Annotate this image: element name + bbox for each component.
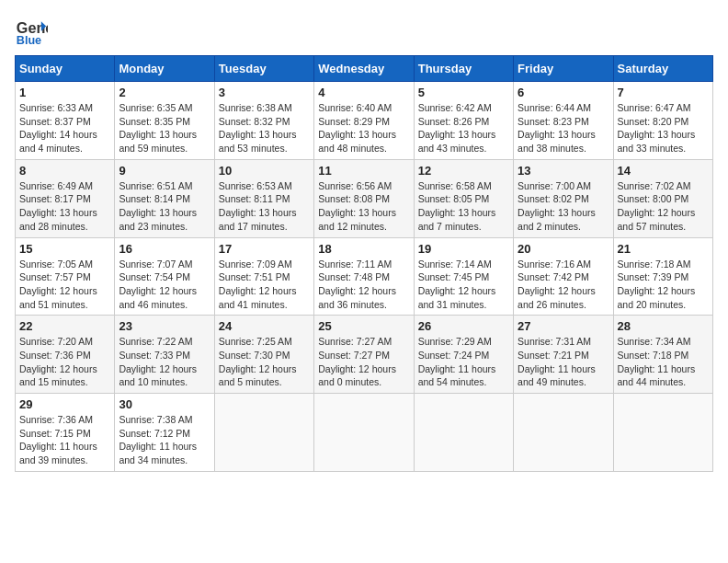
calendar-week-row: 22Sunrise: 7:20 AMSunset: 7:36 PMDayligh… [16, 316, 713, 394]
calendar-cell: 4Sunrise: 6:40 AMSunset: 8:29 PMDaylight… [314, 82, 414, 160]
day-number: 18 [318, 242, 409, 256]
calendar-cell: 5Sunrise: 6:42 AMSunset: 8:26 PMDaylight… [414, 82, 513, 160]
calendar-cell: 13Sunrise: 7:00 AMSunset: 8:02 PMDayligh… [514, 159, 613, 237]
day-number: 14 [618, 164, 709, 178]
calendar-cell: 12Sunrise: 6:58 AMSunset: 8:05 PMDayligh… [414, 159, 513, 237]
day-info: Sunrise: 6:44 AMSunset: 8:23 PMDaylight:… [518, 101, 609, 155]
day-info: Sunrise: 7:16 AMSunset: 7:42 PMDaylight:… [518, 258, 609, 312]
day-number: 24 [219, 319, 310, 333]
day-number: 3 [219, 86, 310, 99]
day-info: Sunrise: 7:25 AMSunset: 7:30 PMDaylight:… [219, 335, 310, 389]
day-info: Sunrise: 6:58 AMSunset: 8:05 PMDaylight:… [418, 179, 509, 234]
day-info: Sunrise: 7:36 AMSunset: 7:15 PMDaylight:… [19, 413, 110, 467]
weekday-header: Monday [115, 56, 214, 82]
weekday-header: Thursday [414, 56, 513, 82]
calendar-cell: 16Sunrise: 7:07 AMSunset: 7:54 PMDayligh… [115, 237, 214, 316]
day-info: Sunrise: 7:14 AMSunset: 7:45 PMDaylight:… [418, 258, 509, 312]
day-number: 6 [518, 86, 609, 99]
calendar-cell [214, 394, 313, 472]
calendar-table: SundayMondayTuesdayWednesdayThursdayFrid… [15, 55, 713, 472]
calendar-cell: 23Sunrise: 7:22 AMSunset: 7:33 PMDayligh… [115, 316, 214, 394]
day-number: 20 [518, 242, 609, 256]
calendar-cell: 22Sunrise: 7:20 AMSunset: 7:36 PMDayligh… [16, 316, 115, 394]
day-info: Sunrise: 7:07 AMSunset: 7:54 PMDaylight:… [119, 258, 210, 312]
calendar-week-row: 1Sunrise: 6:33 AMSunset: 8:37 PMDaylight… [16, 82, 713, 160]
day-info: Sunrise: 7:22 AMSunset: 7:33 PMDaylight:… [119, 335, 210, 389]
day-number: 7 [618, 86, 709, 99]
day-info: Sunrise: 7:27 AMSunset: 7:27 PMDaylight:… [318, 335, 409, 389]
calendar-cell [514, 394, 613, 472]
weekday-header: Tuesday [214, 56, 313, 82]
day-number: 9 [119, 164, 210, 178]
logo-icon: General Blue [15, 15, 48, 48]
day-info: Sunrise: 6:47 AMSunset: 8:20 PMDaylight:… [618, 101, 709, 155]
logo: General Blue [15, 15, 51, 48]
day-info: Sunrise: 6:35 AMSunset: 8:35 PMDaylight:… [119, 101, 210, 155]
calendar-week-row: 15Sunrise: 7:05 AMSunset: 7:57 PMDayligh… [16, 237, 713, 316]
day-number: 22 [19, 319, 110, 333]
day-number: 27 [518, 319, 609, 333]
day-number: 29 [19, 397, 110, 411]
calendar-cell: 1Sunrise: 6:33 AMSunset: 8:37 PMDaylight… [16, 82, 115, 160]
calendar-cell: 3Sunrise: 6:38 AMSunset: 8:32 PMDaylight… [214, 82, 313, 160]
day-info: Sunrise: 7:11 AMSunset: 7:48 PMDaylight:… [318, 258, 409, 312]
calendar-cell: 18Sunrise: 7:11 AMSunset: 7:48 PMDayligh… [314, 237, 414, 316]
day-info: Sunrise: 7:18 AMSunset: 7:39 PMDaylight:… [618, 258, 709, 312]
day-number: 21 [618, 242, 709, 256]
day-info: Sunrise: 6:42 AMSunset: 8:26 PMDaylight:… [418, 101, 509, 155]
calendar-cell: 25Sunrise: 7:27 AMSunset: 7:27 PMDayligh… [314, 316, 414, 394]
calendar-cell: 29Sunrise: 7:36 AMSunset: 7:15 PMDayligh… [16, 394, 115, 472]
calendar-week-row: 29Sunrise: 7:36 AMSunset: 7:15 PMDayligh… [16, 394, 713, 472]
day-number: 8 [19, 164, 110, 178]
day-info: Sunrise: 6:40 AMSunset: 8:29 PMDaylight:… [318, 101, 409, 155]
calendar-cell: 30Sunrise: 7:38 AMSunset: 7:12 PMDayligh… [115, 394, 214, 472]
calendar-cell [414, 394, 513, 472]
day-info: Sunrise: 6:38 AMSunset: 8:32 PMDaylight:… [219, 101, 310, 155]
day-number: 19 [418, 242, 509, 256]
calendar-cell: 2Sunrise: 6:35 AMSunset: 8:35 PMDaylight… [115, 82, 214, 160]
day-number: 13 [518, 164, 609, 178]
calendar-cell: 15Sunrise: 7:05 AMSunset: 7:57 PMDayligh… [16, 237, 115, 316]
calendar-cell: 24Sunrise: 7:25 AMSunset: 7:30 PMDayligh… [214, 316, 313, 394]
day-number: 12 [418, 164, 509, 178]
day-info: Sunrise: 7:34 AMSunset: 7:18 PMDaylight:… [618, 335, 709, 389]
day-number: 1 [19, 86, 110, 99]
calendar-cell: 27Sunrise: 7:31 AMSunset: 7:21 PMDayligh… [514, 316, 613, 394]
calendar-cell [613, 394, 712, 472]
calendar-cell: 6Sunrise: 6:44 AMSunset: 8:23 PMDaylight… [514, 82, 613, 160]
calendar-cell: 19Sunrise: 7:14 AMSunset: 7:45 PMDayligh… [414, 237, 513, 316]
calendar-cell [314, 394, 414, 472]
day-info: Sunrise: 7:29 AMSunset: 7:24 PMDaylight:… [418, 335, 509, 389]
page-header: General Blue [15, 15, 713, 48]
day-number: 11 [318, 164, 409, 178]
day-info: Sunrise: 6:53 AMSunset: 8:11 PMDaylight:… [219, 179, 310, 234]
day-info: Sunrise: 6:56 AMSunset: 8:08 PMDaylight:… [318, 179, 409, 234]
calendar-header: SundayMondayTuesdayWednesdayThursdayFrid… [16, 56, 713, 82]
calendar-cell: 21Sunrise: 7:18 AMSunset: 7:39 PMDayligh… [613, 237, 712, 316]
calendar-cell: 26Sunrise: 7:29 AMSunset: 7:24 PMDayligh… [414, 316, 513, 394]
day-number: 23 [119, 319, 210, 333]
day-info: Sunrise: 6:49 AMSunset: 8:17 PMDaylight:… [19, 179, 110, 234]
day-number: 10 [219, 164, 310, 178]
calendar-body: 1Sunrise: 6:33 AMSunset: 8:37 PMDaylight… [16, 82, 713, 472]
day-number: 25 [318, 319, 409, 333]
calendar-cell: 20Sunrise: 7:16 AMSunset: 7:42 PMDayligh… [514, 237, 613, 316]
calendar-cell: 7Sunrise: 6:47 AMSunset: 8:20 PMDaylight… [613, 82, 712, 160]
day-info: Sunrise: 6:33 AMSunset: 8:37 PMDaylight:… [19, 101, 110, 155]
calendar-week-row: 8Sunrise: 6:49 AMSunset: 8:17 PMDaylight… [16, 159, 713, 237]
calendar-cell: 10Sunrise: 6:53 AMSunset: 8:11 PMDayligh… [214, 159, 313, 237]
day-number: 17 [219, 242, 310, 256]
day-info: Sunrise: 6:51 AMSunset: 8:14 PMDaylight:… [119, 179, 210, 234]
day-number: 5 [418, 86, 509, 99]
weekday-header: Sunday [16, 56, 115, 82]
calendar-cell: 11Sunrise: 6:56 AMSunset: 8:08 PMDayligh… [314, 159, 414, 237]
weekday-header: Saturday [613, 56, 712, 82]
day-number: 4 [318, 86, 409, 99]
day-number: 28 [618, 319, 709, 333]
day-number: 2 [119, 86, 210, 99]
weekday-header: Wednesday [314, 56, 414, 82]
day-number: 15 [19, 242, 110, 256]
day-number: 30 [119, 397, 210, 411]
header-row: SundayMondayTuesdayWednesdayThursdayFrid… [16, 56, 713, 82]
day-info: Sunrise: 7:20 AMSunset: 7:36 PMDaylight:… [19, 335, 110, 389]
